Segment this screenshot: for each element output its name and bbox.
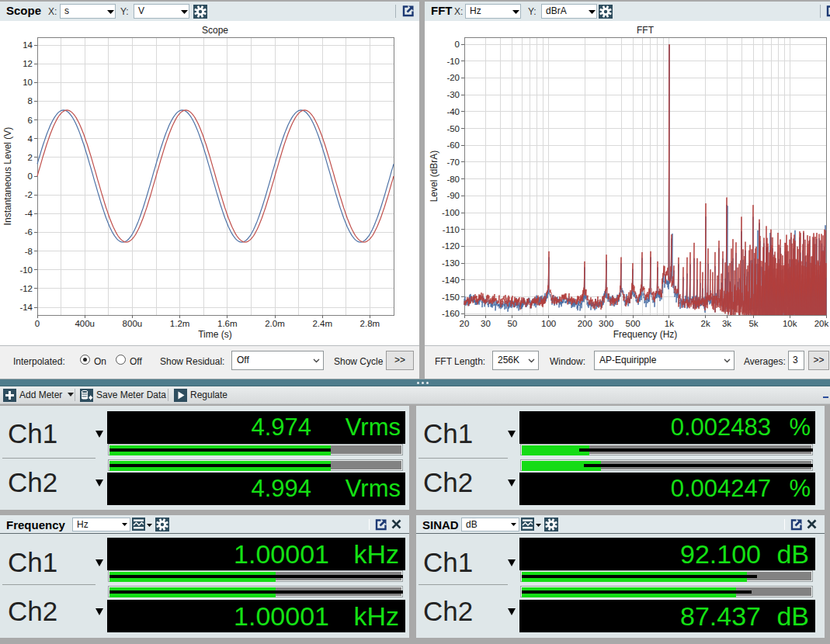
svg-text:-12: -12 bbox=[19, 284, 33, 293]
svg-text:20: 20 bbox=[460, 319, 470, 328]
svg-text:Scope: Scope bbox=[202, 25, 228, 36]
svg-text:1.6m: 1.6m bbox=[217, 319, 238, 328]
svg-text:-20: -20 bbox=[446, 73, 460, 82]
svg-text:Instantaneous Level (V): Instantaneous Level (V) bbox=[2, 127, 13, 226]
svg-text:10: 10 bbox=[23, 78, 33, 87]
svg-text:1.2m: 1.2m bbox=[170, 319, 190, 328]
svg-text:2.8m: 2.8m bbox=[360, 319, 380, 328]
svg-text:-60: -60 bbox=[446, 140, 460, 150]
svg-text:12: 12 bbox=[23, 59, 33, 68]
svg-text:400u: 400u bbox=[75, 319, 95, 328]
svg-text:-50: -50 bbox=[446, 124, 460, 133]
svg-text:200: 200 bbox=[578, 319, 592, 328]
svg-text:-40: -40 bbox=[446, 107, 460, 116]
svg-text:-160: -160 bbox=[442, 309, 460, 318]
svg-text:2.0m: 2.0m bbox=[265, 319, 285, 328]
svg-text:-2: -2 bbox=[25, 190, 33, 199]
svg-text:3k: 3k bbox=[722, 319, 731, 328]
svg-text:-10: -10 bbox=[19, 265, 33, 275]
svg-text:0: 0 bbox=[35, 319, 40, 328]
svg-text:-100: -100 bbox=[442, 208, 460, 217]
svg-text:-6: -6 bbox=[25, 227, 33, 237]
svg-text:-10: -10 bbox=[446, 57, 460, 66]
svg-text:30: 30 bbox=[481, 319, 491, 328]
svg-text:-14: -14 bbox=[19, 303, 33, 312]
svg-text:2.4m: 2.4m bbox=[312, 319, 332, 328]
svg-text:-110: -110 bbox=[443, 225, 460, 234]
svg-text:20k: 20k bbox=[814, 319, 829, 328]
svg-text:8: 8 bbox=[28, 96, 33, 106]
svg-text:50: 50 bbox=[507, 319, 517, 328]
svg-text:14: 14 bbox=[23, 40, 33, 50]
svg-text:-130: -130 bbox=[442, 258, 460, 268]
svg-text:-4: -4 bbox=[25, 209, 33, 218]
svg-text:4: 4 bbox=[28, 134, 33, 144]
svg-text:Time (s): Time (s) bbox=[198, 329, 232, 340]
svg-text:5k: 5k bbox=[748, 319, 758, 328]
svg-text:FFT: FFT bbox=[637, 25, 655, 36]
svg-text:Level (dBrA): Level (dBrA) bbox=[429, 151, 439, 203]
svg-text:10k: 10k bbox=[783, 319, 797, 328]
svg-text:-80: -80 bbox=[446, 175, 460, 184]
svg-text:-120: -120 bbox=[442, 241, 460, 251]
svg-text:100: 100 bbox=[541, 319, 556, 328]
svg-text:-90: -90 bbox=[446, 191, 460, 200]
svg-text:-150: -150 bbox=[442, 293, 460, 302]
svg-text:2k: 2k bbox=[701, 319, 710, 328]
svg-text:500: 500 bbox=[626, 319, 641, 328]
svg-text:-140: -140 bbox=[442, 275, 460, 285]
svg-text:-8: -8 bbox=[25, 247, 33, 256]
svg-text:2: 2 bbox=[28, 153, 33, 162]
svg-text:0: 0 bbox=[28, 171, 33, 181]
svg-text:-70: -70 bbox=[446, 158, 460, 167]
svg-text:300: 300 bbox=[599, 319, 613, 328]
svg-text:800u: 800u bbox=[123, 319, 143, 328]
svg-text:-30: -30 bbox=[446, 90, 460, 99]
svg-text:0: 0 bbox=[455, 40, 460, 49]
svg-text:Frequency (Hz): Frequency (Hz) bbox=[613, 329, 678, 340]
svg-text:1k: 1k bbox=[665, 319, 674, 328]
svg-text:6: 6 bbox=[28, 116, 33, 125]
